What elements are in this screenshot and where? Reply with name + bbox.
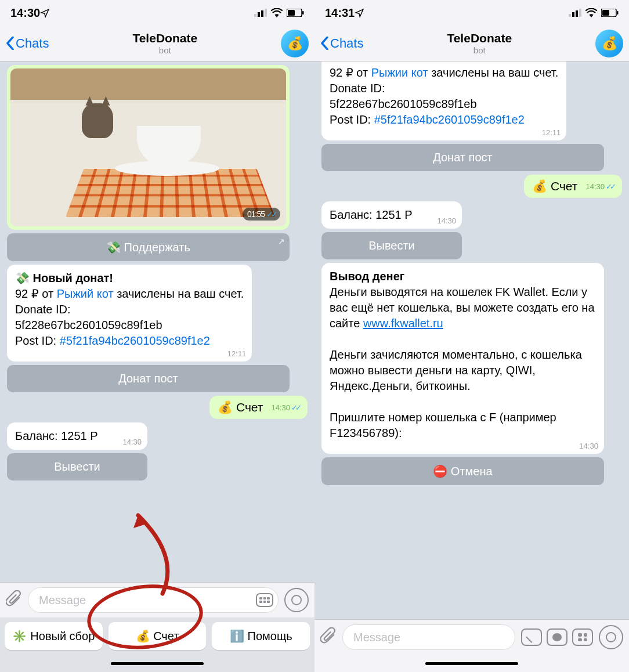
post-id-link[interactable]: #5f21fa94bc2601059c89f1e2 [374, 113, 525, 126]
home-indicator[interactable] [0, 655, 314, 672]
donation-message[interactable]: 💸 Новый донат! 92 ₽ от Рыжий кот зачисле… [7, 265, 252, 362]
read-checks-icon: ✓✓ [266, 209, 276, 219]
avatar[interactable]: 💰 [595, 30, 623, 57]
account-sent-message[interactable]: 💰 Счет 14:30 ✓✓ [524, 175, 622, 198]
withdraw-button[interactable]: Вывести [321, 232, 462, 259]
message-input[interactable]: Message [28, 587, 279, 613]
post-id-link[interactable]: #5f21fa94bc2601059c89f1e2 [60, 334, 210, 347]
svg-rect-8 [572, 12, 574, 17]
chat-subtitle: bot [49, 45, 281, 55]
wifi-icon [585, 8, 598, 17]
attach-icon[interactable] [320, 627, 337, 648]
chat-title: TeleDonate [363, 31, 595, 45]
message-time: 14:30 [122, 437, 142, 447]
video-preview: 01:55 ✓✓ [10, 68, 286, 226]
message-time: 14:30 [437, 216, 456, 226]
location-arrow-icon [355, 8, 364, 18]
donation-title: 💸 Новый донат! [15, 272, 113, 284]
keyboard-mode-icon[interactable] [572, 628, 593, 646]
balance-message[interactable]: Баланс: 1251 Р 14:30 [321, 201, 462, 229]
keyboard-toggle-icon[interactable] [256, 593, 273, 607]
kbd-new-collection[interactable]: ✳️ Новый сбор [5, 622, 103, 650]
donation-message-partial[interactable]: 92 ₽ от Рыжии кот зачислены на ваш счет.… [321, 62, 566, 140]
back-button[interactable]: Chats [320, 36, 363, 51]
nav-header: Chats TeleDonate bot 💰 [0, 26, 314, 62]
read-checks-icon: ✓✓ [291, 403, 299, 412]
message-time: 12:11 [542, 128, 561, 138]
kbd-help[interactable]: ℹ️ Помощь [212, 622, 310, 650]
back-button[interactable]: Chats [6, 36, 49, 51]
external-arrow-icon: ↗ [278, 237, 285, 246]
chat-title: TeleDonate [49, 31, 281, 45]
input-bar: Message [314, 619, 629, 655]
svg-rect-12 [602, 10, 609, 16]
video-duration: 01:55 ✓✓ [243, 208, 280, 221]
home-indicator[interactable] [314, 655, 629, 672]
battery-icon [287, 9, 304, 17]
svg-rect-7 [569, 14, 571, 17]
location-arrow-icon [40, 8, 50, 18]
input-placeholder: Message [39, 594, 86, 607]
cellular-icon [569, 9, 581, 17]
donor-link[interactable]: Рыжий кот [57, 287, 114, 300]
media-message[interactable]: 01:55 ✓✓ [7, 65, 290, 230]
withdraw-button[interactable]: Вывести [7, 453, 147, 480]
nav-header: Chats TeleDonate bot 💰 [314, 26, 629, 62]
status-time: 14:31 [325, 6, 355, 20]
chevron-left-icon [320, 37, 329, 50]
chat-subtitle: bot [363, 45, 595, 55]
svg-rect-1 [258, 12, 260, 17]
kbd-account[interactable]: 💰 Счет [109, 622, 207, 650]
status-time: 14:30 [10, 6, 40, 20]
donate-post-button[interactable]: Донат пост [321, 144, 604, 171]
phone-left: 14:30 Chats TeleDonate bot 💰 [0, 0, 314, 672]
wifi-icon [270, 8, 283, 17]
cellular-icon [254, 9, 267, 17]
message-input[interactable]: Message [342, 624, 515, 650]
back-label: Chats [330, 36, 363, 51]
svg-rect-13 [617, 11, 619, 15]
command-mode-icon[interactable] [521, 628, 542, 646]
voice-button[interactable] [599, 625, 623, 649]
balance-message[interactable]: Баланс: 1251 Р 14:30 [7, 422, 147, 450]
svg-rect-2 [261, 10, 263, 17]
chat-area[interactable]: 92 ₽ от Рыжии кот зачислены на ваш счет.… [314, 62, 629, 619]
svg-rect-10 [579, 9, 581, 17]
message-time: 14:30 [579, 441, 598, 451]
phone-right: 14:31 Chats TeleDonate bot 💰 92 ₽ от Рыж… [314, 0, 629, 672]
svg-rect-9 [576, 10, 578, 17]
svg-rect-3 [265, 9, 267, 17]
fkwallet-link[interactable]: www.fkwallet.ru [363, 317, 443, 330]
donor-link[interactable]: Рыжии кот [371, 66, 428, 79]
withdraw-info-message[interactable]: Вывод денег Деньги выводятся на кошелек … [321, 263, 604, 454]
support-button[interactable]: 💸 Поддержать ↗ [7, 233, 290, 261]
chevron-left-icon [6, 37, 15, 50]
account-sent-message[interactable]: 💰 Счет 14:30 ✓✓ [209, 396, 308, 419]
donate-post-button[interactable]: Донат пост [7, 365, 290, 392]
status-bar: 14:31 [314, 0, 629, 26]
read-checks-icon: ✓✓ [606, 182, 614, 191]
donate-id: 5f228e67bc2601059c89f1eb [330, 97, 477, 110]
avatar[interactable]: 💰 [281, 30, 309, 57]
svg-rect-0 [254, 14, 256, 17]
status-bar: 14:30 [0, 0, 314, 26]
donate-id: 5f228e67bc2601059c89f1eb [15, 319, 162, 331]
input-placeholder: Message [353, 631, 400, 644]
custom-keyboard: ✳️ Новый сбор 💰 Счет ℹ️ Помощь [0, 617, 314, 655]
cat-illustration [82, 103, 113, 138]
message-time: 12:11 [227, 349, 247, 359]
sticker-mode-icon[interactable] [547, 628, 567, 646]
nav-title[interactable]: TeleDonate bot [49, 31, 281, 55]
back-label: Chats [16, 36, 49, 51]
svg-rect-5 [288, 10, 295, 16]
nav-title[interactable]: TeleDonate bot [363, 31, 595, 55]
svg-rect-6 [302, 11, 304, 15]
input-bar: Message [0, 582, 314, 617]
withdraw-title: Вывод денег [330, 270, 404, 283]
cancel-button[interactable]: ⛔ Отмена [321, 457, 604, 485]
voice-button[interactable] [284, 588, 309, 612]
chat-area[interactable]: 01:55 ✓✓ 💸 Поддержать ↗ 💸 Новый донат! 9… [0, 62, 314, 582]
attach-icon[interactable] [6, 590, 22, 610]
battery-icon [601, 9, 619, 17]
